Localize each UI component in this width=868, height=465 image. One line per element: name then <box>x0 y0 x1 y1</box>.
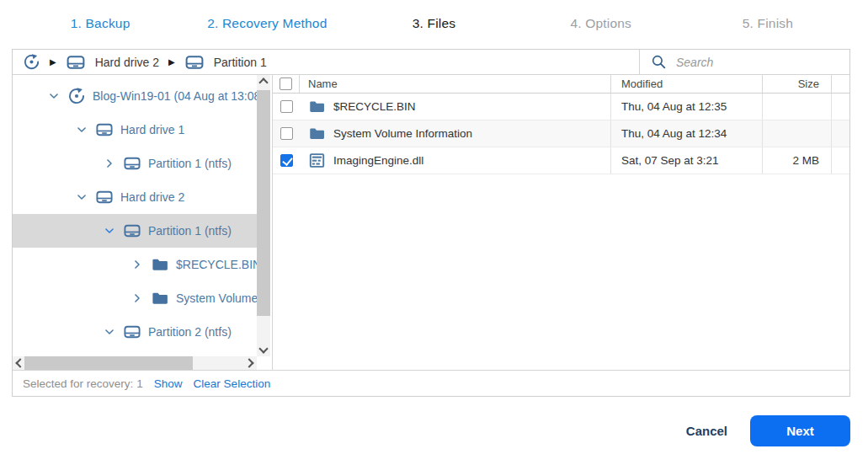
wizard-steps: 1. Backup 2. Recovery Method 3. Files 4.… <box>17 0 851 47</box>
scroll-right-icon[interactable] <box>244 358 253 367</box>
clear-selection-link[interactable]: Clear Selection <box>194 377 271 390</box>
row-checkbox[interactable] <box>280 127 293 140</box>
chevron-down-icon[interactable] <box>48 90 60 102</box>
column-header-spacer <box>831 75 849 93</box>
file-name[interactable]: System Volume Information <box>333 127 472 140</box>
file-table: Name Modified Size $RECYCLE.BIN Thu, 04 … <box>273 75 849 370</box>
drive-icon <box>95 188 114 206</box>
file-name[interactable]: $RECYCLE.BIN <box>333 100 416 113</box>
folder-icon <box>151 255 169 274</box>
next-button[interactable]: Next <box>750 415 850 446</box>
file-size <box>762 120 831 147</box>
scroll-down-icon[interactable] <box>258 344 268 353</box>
cancel-button[interactable]: Cancel <box>686 424 727 438</box>
table-row[interactable]: $RECYCLE.BIN Thu, 04 Aug at 12:35 <box>273 94 849 120</box>
table-row[interactable]: System Volume Information Thu, 04 Aug at… <box>273 120 849 147</box>
column-header-name[interactable]: Name <box>300 75 610 93</box>
folder-icon <box>308 125 326 142</box>
tree-item-label: System Volume In <box>176 291 257 305</box>
file-name[interactable]: ImagingEngine.dll <box>333 154 423 167</box>
vertical-scroll-thumb[interactable] <box>257 90 270 316</box>
column-header-size[interactable]: Size <box>762 75 831 93</box>
file-browser-panel: ▶ Hard drive 2 ▶ Partition 1 Blog-Win19-… <box>12 49 850 397</box>
tree-item-hard-drive-2[interactable]: Hard drive 2 <box>13 180 257 214</box>
search-input[interactable] <box>676 56 836 69</box>
horizontal-scroll-thumb[interactable] <box>24 356 193 370</box>
tree-item-hd2-partition-1-selected[interactable]: Partition 1 (ntfs) <box>13 214 257 248</box>
row-checkbox-checked[interactable] <box>280 154 293 167</box>
tree-item-hard-drive-1[interactable]: Hard drive 1 <box>13 113 257 147</box>
step-options: 4. Options <box>518 16 684 31</box>
row-checkbox[interactable] <box>280 100 293 113</box>
file-size: 2 MB <box>762 147 831 174</box>
tree-item-recycle-bin[interactable]: $RECYCLE.BIN <box>13 248 257 281</box>
tree-item-label: Blog-Win19-01 (04 Aug at 13:08) <box>93 89 257 103</box>
step-finish: 5. Finish <box>684 16 851 31</box>
tree-item-label: Hard drive 2 <box>120 190 184 204</box>
breadcrumb-hard-drive-2[interactable]: Hard drive 2 <box>95 56 159 69</box>
tree-item-hd2-partition-2[interactable]: Partition 2 (ntfs) <box>13 315 257 349</box>
step-backup[interactable]: 1. Backup <box>17 16 184 31</box>
tree-horizontal-scrollbar[interactable] <box>13 356 257 370</box>
chevron-down-icon[interactable] <box>104 326 115 338</box>
column-header-modified[interactable]: Modified <box>610 75 762 93</box>
drive-icon <box>184 52 205 72</box>
scroll-left-icon[interactable] <box>15 358 24 367</box>
drive-icon <box>123 222 141 240</box>
chevron-right-icon[interactable] <box>104 158 115 169</box>
file-size <box>762 94 831 120</box>
wizard-footer: Cancel Next <box>686 415 850 446</box>
toolbar: ▶ Hard drive 2 ▶ Partition 1 <box>13 50 849 75</box>
tree-vertical-scrollbar[interactable] <box>257 75 270 356</box>
tree-item-label: Partition 1 (ntfs) <box>148 224 232 238</box>
folder-icon <box>308 98 326 115</box>
recovery-point-icon <box>67 87 86 105</box>
select-all-checkbox[interactable] <box>280 78 292 90</box>
drive-icon <box>123 323 141 341</box>
folder-icon <box>151 289 169 307</box>
file-modified: Thu, 04 Aug at 12:34 <box>610 120 762 147</box>
drive-icon <box>66 52 86 72</box>
selected-for-recovery-label: Selected for recovery: <box>23 377 133 390</box>
tree-item-label: Partition 2 (ntfs) <box>148 325 232 339</box>
selected-count: 1 <box>136 377 143 390</box>
search-box <box>639 50 849 74</box>
file-modified: Thu, 04 Aug at 12:35 <box>610 94 762 120</box>
table-row[interactable]: ImagingEngine.dll Sat, 07 Sep at 3:21 2 … <box>273 147 849 174</box>
breadcrumb-partition-1[interactable]: Partition 1 <box>214 56 267 69</box>
scroll-up-icon[interactable] <box>258 78 268 87</box>
dll-file-icon <box>308 152 326 169</box>
chevron-down-icon[interactable] <box>76 191 88 203</box>
tree-viewport: Blog-Win19-01 (04 Aug at 13:08) Hard dri… <box>13 75 257 356</box>
step-recovery-method[interactable]: 2. Recovery Method <box>184 16 350 31</box>
chevron-right-icon[interactable] <box>131 292 143 304</box>
drive-icon <box>95 120 114 139</box>
step-files[interactable]: 3. Files <box>350 16 517 31</box>
search-icon <box>651 54 667 70</box>
chevron-down-icon[interactable] <box>104 225 115 237</box>
recovery-point-icon[interactable] <box>23 53 40 71</box>
show-selection-link[interactable]: Show <box>154 377 183 390</box>
tree-item-backup-root[interactable]: Blog-Win19-01 (04 Aug at 13:08) <box>13 79 257 113</box>
tree-item-label: Hard drive 1 <box>120 123 184 136</box>
select-all-cell <box>273 75 300 93</box>
breadcrumb-separator-icon: ▶ <box>168 58 175 67</box>
tree-item-hd1-partition-1[interactable]: Partition 1 (ntfs) <box>13 147 257 180</box>
file-modified: Sat, 07 Sep at 3:21 <box>610 147 762 174</box>
chevron-down-icon[interactable] <box>76 124 88 136</box>
tree-item-label: $RECYCLE.BIN <box>176 258 257 271</box>
drive-icon <box>123 154 141 173</box>
chevron-right-icon[interactable] <box>131 259 143 270</box>
tree-item-label: Partition 1 (ntfs) <box>148 157 232 170</box>
content-area: Blog-Win19-01 (04 Aug at 13:08) Hard dri… <box>13 75 849 370</box>
table-header: Name Modified Size <box>273 75 849 94</box>
selection-status-bar: Selected for recovery: 1 Show Clear Sele… <box>13 370 849 396</box>
breadcrumb-separator-icon: ▶ <box>50 58 56 67</box>
breadcrumb: ▶ Hard drive 2 ▶ Partition 1 <box>13 50 639 74</box>
tree-item-system-volume-information[interactable]: System Volume In <box>13 281 257 315</box>
backup-tree-panel: Blog-Win19-01 (04 Aug at 13:08) Hard dri… <box>13 75 273 370</box>
